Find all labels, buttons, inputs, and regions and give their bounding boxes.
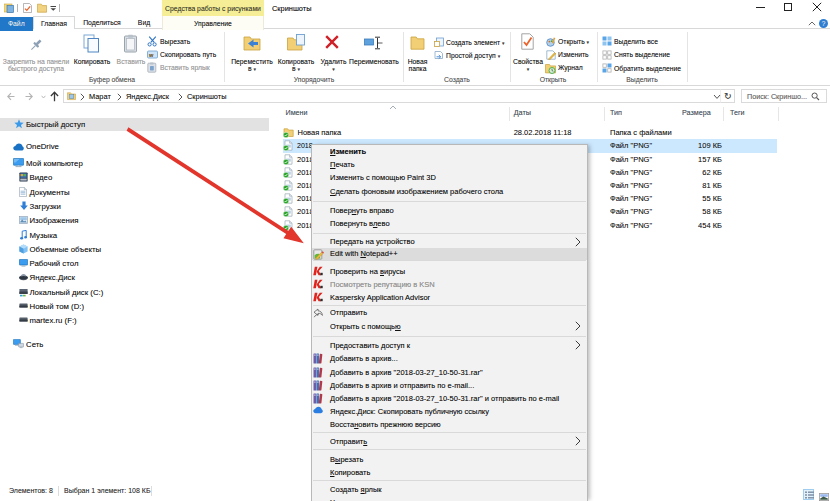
svg-text:w: w (148, 52, 154, 58)
svg-text:?: ? (822, 20, 826, 27)
